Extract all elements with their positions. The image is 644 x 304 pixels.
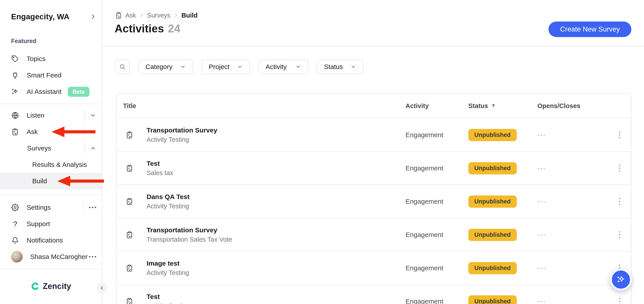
row-menu-icon[interactable] (613, 298, 626, 304)
clipboard-icon (116, 130, 146, 140)
chevron-down-icon (237, 64, 243, 70)
sidebar-item-ask[interactable]: Ask (0, 124, 102, 140)
status-badge: Unpublished (468, 229, 517, 241)
chevron-down-icon (180, 64, 186, 70)
activities-table: Title Activity Status Opens/Closes Trans… (116, 93, 631, 304)
main-content: Ask Surveys Build Activities 24 Create N… (102, 0, 644, 304)
activity-cell: Engagement (406, 131, 468, 139)
status-filter-dropdown[interactable]: Status (317, 59, 363, 74)
sidebar-item-label: Notifications (27, 237, 63, 244)
column-header-activity[interactable]: Activity (406, 102, 468, 110)
sidebar-item-results-analysis[interactable]: Results & Analysis (0, 156, 102, 173)
avatar (11, 251, 23, 263)
chevron-up-icon[interactable] (84, 126, 96, 137)
sidebar-item-build[interactable]: Build (0, 173, 102, 189)
survey-title: Test (146, 160, 406, 167)
activity-cell: Engagement (406, 264, 468, 272)
status-cell: Unpublished (468, 295, 538, 304)
survey-subtitle: Sales tax (146, 169, 406, 177)
survey-title: Image test (146, 260, 406, 267)
sidebar-item-smart-feed[interactable]: Smart Feed (0, 67, 102, 83)
opens-closes-cell: --- (538, 198, 613, 205)
sidebar-item-support[interactable]: ? Support (0, 216, 102, 232)
sidebar-item-topics[interactable]: Topics (0, 51, 102, 67)
question-mark-icon: ? (11, 220, 19, 228)
sidebar: Engagecity, WA Featured Topics Smart Fee… (0, 0, 102, 304)
main-nav: Listen Ask Surveys Results & Analysis Bu… (0, 107, 102, 189)
table-row[interactable]: Test Activity Testing Engagement Unpubli… (116, 285, 631, 304)
table-row[interactable]: Transportation Survey Activity Testing E… (116, 118, 631, 151)
sidebar-item-ai-assistant[interactable]: AI Assistant Beta (0, 83, 102, 100)
chevron-down-icon[interactable] (84, 110, 96, 121)
search-button[interactable] (115, 59, 130, 74)
globe-icon (11, 112, 19, 119)
survey-title-cell: Transportation Survey Activity Testing (146, 126, 406, 143)
status-cell: Unpublished (468, 262, 538, 274)
status-badge: Unpublished (468, 295, 517, 304)
row-menu-icon[interactable] (613, 231, 626, 238)
sidebar-item-user[interactable]: Shasa McCarogher (0, 249, 102, 265)
clipboard-icon (116, 230, 146, 239)
table-row[interactable]: Test Sales tax Engagement Unpublished --… (116, 151, 631, 185)
chevron-down-icon (295, 64, 301, 70)
breadcrumb: Ask Surveys Build (115, 11, 198, 19)
clipboard-icon (116, 164, 146, 173)
table-row[interactable]: Dans QA Test Activity Testing Engagement… (116, 185, 631, 218)
opens-closes-cell: --- (538, 164, 613, 172)
create-new-survey-button[interactable]: Create New Survey (548, 21, 631, 37)
category-filter-dropdown[interactable]: Category (138, 59, 193, 74)
breadcrumb-item-ask[interactable]: Ask (125, 12, 136, 19)
survey-title-cell: Test Sales tax (146, 160, 406, 177)
project-filter-dropdown[interactable]: Project (202, 59, 250, 74)
table-row[interactable]: Image test Activity Testing Engagement U… (116, 251, 631, 285)
filter-bar: Category Project Activity Status (115, 59, 363, 74)
survey-subtitle: Transportation Sales Tax Vote (146, 236, 406, 243)
status-badge: Unpublished (468, 129, 517, 141)
activities-count: 24 (168, 22, 180, 35)
survey-title: Dans QA Test (146, 193, 406, 201)
column-header-status[interactable]: Status (468, 102, 538, 110)
activity-filter-dropdown[interactable]: Activity (258, 59, 308, 74)
bell-icon (11, 237, 19, 244)
sparkle-icon (11, 88, 19, 95)
breadcrumb-item-surveys[interactable]: Surveys (147, 12, 170, 19)
row-menu-icon[interactable] (613, 131, 626, 138)
sidebar-item-label: Ask (27, 128, 38, 136)
opens-closes-cell: --- (538, 131, 613, 139)
status-cell: Unpublished (468, 229, 538, 241)
opens-closes-cell: --- (538, 231, 613, 239)
column-header-title[interactable]: Title (116, 102, 406, 110)
sidebar-item-label: Surveys (27, 144, 51, 152)
clipboard-icon (116, 297, 146, 304)
status-badge: Unpublished (468, 162, 517, 174)
more-options-icon[interactable] (83, 251, 96, 262)
org-switcher[interactable]: Engagecity, WA (11, 9, 96, 24)
sidebar-divider (0, 104, 102, 104)
sidebar-item-notifications[interactable]: Notifications (0, 232, 102, 249)
table-row[interactable]: Transportation Survey Transportation Sal… (116, 218, 631, 251)
chevron-up-icon[interactable] (84, 143, 96, 154)
sidebar-item-label: Support (27, 220, 50, 228)
sidebar-item-label: Smart Feed (27, 71, 62, 79)
survey-title-cell: Transportation Survey Transportation Sal… (146, 226, 406, 243)
ai-assistant-fab[interactable] (610, 269, 632, 290)
page-title-row: Activities 24 (114, 22, 180, 35)
activity-cell: Engagement (406, 231, 468, 239)
sidebar-item-label: AI Assistant (27, 88, 62, 95)
row-menu-icon[interactable] (613, 165, 626, 172)
sidebar-collapse-button[interactable] (96, 283, 107, 293)
bottom-nav: Settings ? Support Notifications Shasa M… (0, 199, 102, 265)
sidebar-item-surveys[interactable]: Surveys (0, 140, 102, 156)
sidebar-item-listen[interactable]: Listen (0, 107, 102, 124)
row-menu-icon[interactable] (613, 198, 626, 205)
sidebar-divider (0, 195, 102, 196)
page-title: Activities (114, 22, 164, 35)
chevron-down-icon (350, 64, 356, 70)
status-cell: Unpublished (468, 129, 538, 141)
chevron-right-icon (174, 13, 178, 18)
clipboard-icon (11, 128, 19, 136)
column-header-opens-closes[interactable]: Opens/Closes (538, 102, 613, 110)
sidebar-divider (0, 269, 102, 269)
more-options-icon[interactable] (83, 202, 96, 213)
sidebar-item-settings[interactable]: Settings (0, 199, 102, 216)
